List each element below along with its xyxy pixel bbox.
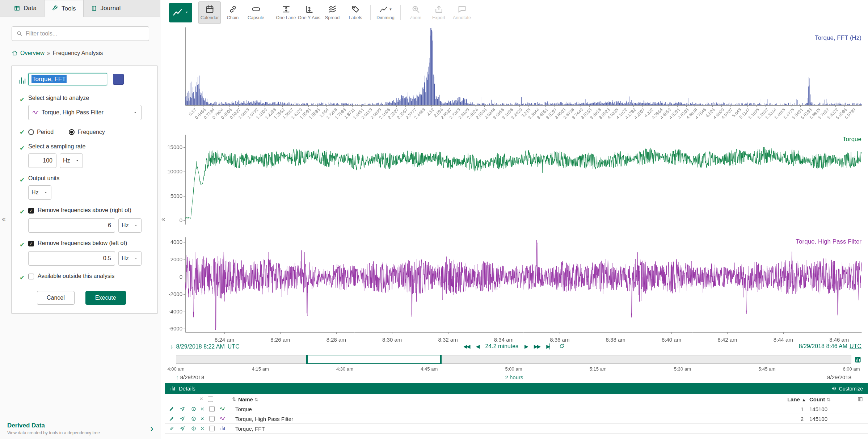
item-name[interactable]: Torque <box>235 406 252 412</box>
item-name[interactable]: Torque, FFT <box>235 426 265 432</box>
tab-journal[interactable]: Journal <box>84 0 128 17</box>
info-icon[interactable] <box>191 416 196 422</box>
breadcrumb-overview-link[interactable]: Overview <box>20 50 45 56</box>
row-checkbox[interactable] <box>209 416 215 422</box>
timeline-tick-label: 5:30 am <box>666 366 699 372</box>
sort-icon[interactable]: ⇅ <box>232 396 236 402</box>
row-checkbox[interactable] <box>209 406 215 412</box>
remove-above-label: Remove frequencies above (right of) <box>38 207 131 214</box>
checkbox-checked-icon[interactable]: ✓ <box>28 241 34 246</box>
remove-above-checkbox[interactable]: ✓ Remove frequencies above (right of) <box>28 207 152 214</box>
count-column-header[interactable]: Count ⇅ <box>809 396 830 402</box>
sampling-rate-input[interactable] <box>28 153 56 168</box>
duration-label[interactable]: 24.2 minutes <box>485 343 518 350</box>
bulk-remove-icon[interactable] <box>199 396 204 402</box>
timeline-tick-label: 4:15 am <box>244 366 277 372</box>
table-row[interactable]: Torque, FFT <box>165 424 868 434</box>
trend-charts[interactable]: Torque, FFT (Hz) Torque Torque, High Pas… <box>160 25 868 342</box>
histogram-icon[interactable] <box>854 356 861 364</box>
refresh-icon[interactable] <box>559 343 565 349</box>
step-forward-icon[interactable]: ▶ <box>524 343 528 349</box>
step-forward-double-icon[interactable]: ▶▶ <box>534 343 540 349</box>
range-start-utc[interactable]: UTC <box>228 343 240 350</box>
remove-icon[interactable] <box>200 426 205 431</box>
toolbar-item-one-y-axis[interactable]: One Y-Axis <box>298 1 320 24</box>
below-unit-select[interactable]: Hz <box>118 251 142 266</box>
columns-icon[interactable] <box>858 396 863 402</box>
tab-data[interactable]: Data <box>7 0 44 17</box>
edit-icon[interactable] <box>169 406 174 412</box>
timeline-window-label[interactable]: 2 hours <box>505 374 523 380</box>
edit-icon[interactable] <box>169 416 174 422</box>
check-icon: ✔ <box>16 175 28 200</box>
frequency-radio[interactable]: Frequency <box>69 129 105 135</box>
checkbox-checked-icon[interactable]: ✓ <box>28 208 34 214</box>
sort-asc-icon[interactable]: ▲ <box>801 397 806 402</box>
name-column-header[interactable]: Name ⇅ <box>238 396 258 402</box>
table-row[interactable]: Torque1145100 <box>165 404 868 414</box>
above-unit-select[interactable]: Hz <box>118 218 142 233</box>
collapse-sidebar-icon[interactable]: « <box>161 215 165 223</box>
toolbar-item-dimming[interactable]: ▾Dimming <box>374 1 397 24</box>
radio-selected-icon[interactable] <box>69 129 75 135</box>
below-value-input[interactable] <box>28 251 115 266</box>
toolbar-item-spread[interactable]: Spread <box>321 1 344 24</box>
checkbox-unchecked-icon[interactable] <box>28 274 34 279</box>
above-value-input[interactable] <box>28 218 115 233</box>
row-checkbox[interactable] <box>209 426 215 431</box>
toolbar-item-calendar[interactable]: Calendar <box>198 1 221 24</box>
remove-icon[interactable] <box>200 416 205 422</box>
signal-select[interactable]: Torque, High Pass Filter <box>28 105 142 120</box>
select-all-checkbox[interactable] <box>208 396 213 402</box>
derived-data-panel[interactable]: Derived Data View data created by tools … <box>0 419 160 439</box>
table-row[interactable]: Torque, High Pass Filter2145100 <box>165 414 868 424</box>
remove-below-checkbox[interactable]: ✓ Remove frequencies below (left of) <box>28 240 152 246</box>
lane-title-torque: Torque <box>843 136 861 143</box>
step-back-icon[interactable]: ◀ <box>476 343 479 349</box>
step-back-double-icon[interactable]: ◀◀ <box>463 343 470 349</box>
cancel-button[interactable]: Cancel <box>37 291 75 305</box>
y-axis-tick-label: -4000 <box>169 308 182 315</box>
timeline-track[interactable] <box>176 355 851 364</box>
tab-tools[interactable]: Tools <box>44 0 84 17</box>
home-icon[interactable] <box>12 50 18 57</box>
period-radio[interactable]: Period <box>28 129 54 135</box>
filter-tools-input[interactable] <box>26 30 144 37</box>
selection-start-handle[interactable] <box>306 355 308 364</box>
selection-end-handle[interactable] <box>440 355 442 364</box>
sort-icon[interactable]: ⇅ <box>254 397 258 402</box>
range-start-label[interactable]: 8/29/2018 8:22 AM <box>176 343 225 350</box>
range-end-label[interactable]: 8/29/2018 8:46 AM <box>799 343 847 350</box>
toolbar-item-labels[interactable]: Labels <box>344 1 367 24</box>
step-to-end-icon[interactable]: ▶▏ <box>546 343 553 349</box>
radio-unselected-icon[interactable] <box>28 129 34 135</box>
toolbar-item-chain[interactable]: Chain <box>222 1 244 24</box>
send-icon[interactable] <box>180 406 185 412</box>
toolbar-item-capsule[interactable]: Capsule <box>245 1 267 24</box>
info-icon[interactable] <box>191 406 196 412</box>
result-name-input[interactable]: Torque, FFT <box>28 73 107 85</box>
chevron-down-icon <box>134 256 138 261</box>
sort-icon[interactable]: ⇅ <box>827 397 831 402</box>
output-unit-select[interactable]: Hz <box>28 185 51 200</box>
collapse-left-icon[interactable]: « <box>2 215 6 223</box>
send-icon[interactable] <box>180 416 185 422</box>
arrow-up-icon[interactable]: ↑ <box>176 374 179 380</box>
edit-icon[interactable] <box>169 426 174 431</box>
trend-view-button[interactable] <box>169 3 192 22</box>
info-icon[interactable] <box>191 426 196 431</box>
item-name[interactable]: Torque, High Pass Filter <box>235 416 293 422</box>
arrow-down-icon[interactable]: ↓ <box>170 343 173 350</box>
execute-button[interactable]: Execute <box>85 291 126 305</box>
toolbar-item-one-lane[interactable]: One Lane <box>275 1 297 24</box>
customize-button[interactable]: Customize <box>831 385 863 392</box>
range-end-utc[interactable]: UTC <box>850 343 861 350</box>
sampling-unit-select[interactable]: Hz <box>60 153 83 168</box>
remove-icon[interactable] <box>200 406 205 412</box>
send-icon[interactable] <box>180 426 185 431</box>
chart-canvas[interactable] <box>160 25 868 342</box>
available-outside-checkbox[interactable]: Available outside this analysis <box>28 273 152 279</box>
lane-column-header[interactable]: Lane ▲ <box>773 396 806 402</box>
color-swatch[interactable] <box>113 74 124 85</box>
timeline-selection[interactable] <box>307 355 441 364</box>
